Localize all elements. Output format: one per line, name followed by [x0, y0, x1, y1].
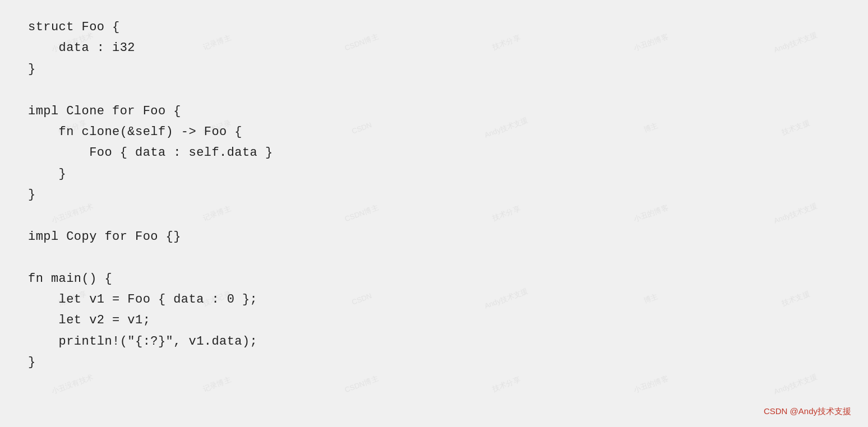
code-line: }: [28, 59, 840, 80]
code-line: }: [28, 352, 840, 373]
code-line: println!("{:?}", v1.data);: [28, 331, 840, 352]
code-empty-line: [28, 80, 840, 100]
code-line: }: [28, 164, 840, 184]
code-line: }: [28, 184, 840, 205]
code-empty-line: [28, 247, 840, 268]
code-line: let v1 = Foo { data : 0 };: [28, 289, 840, 310]
code-line: Foo { data : self.data }: [28, 142, 840, 163]
code-line: struct Foo {: [28, 17, 840, 38]
code-line: fn clone(&self) -> Foo {: [28, 122, 840, 142]
code-container: struct Foo { data : i32}impl Clone for F…: [0, 0, 868, 390]
code-line: data : i32: [28, 38, 840, 58]
code-line: impl Copy for Foo {}: [28, 226, 840, 247]
code-block: struct Foo { data : i32}impl Clone for F…: [28, 17, 840, 373]
code-line: let v2 = v1;: [28, 310, 840, 331]
code-line: impl Clone for Foo {: [28, 101, 840, 122]
code-empty-line: [28, 206, 840, 226]
csdn-badge: CSDN @Andy技术支援: [764, 406, 851, 417]
code-line: fn main() {: [28, 268, 840, 289]
